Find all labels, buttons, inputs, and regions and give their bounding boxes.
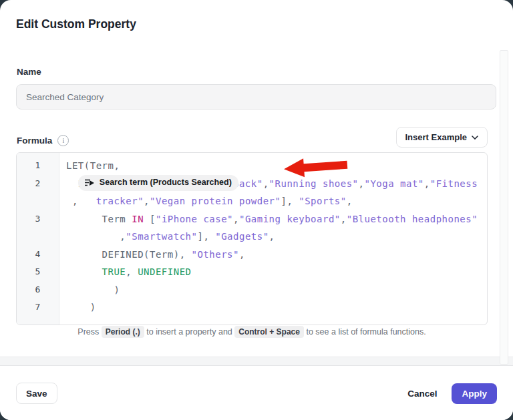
formula-code[interactable]: LET(Term, Search term (Products Searched…	[59, 153, 487, 325]
formula-editor[interactable]: 1234567 LET(Term, Search term (Products …	[16, 152, 488, 325]
edit-custom-property-dialog: Edit Custom Property Name Formula i Inse…	[0, 0, 513, 420]
cancel-button[interactable]: Cancel	[407, 389, 437, 399]
kbd-control-space: Control + Space	[234, 326, 304, 338]
line-number: 3	[17, 210, 59, 228]
vertical-scrollbar[interactable]	[500, 50, 508, 365]
line-number: 2	[17, 175, 59, 193]
line-number: 4	[17, 246, 59, 264]
name-label: Name	[17, 67, 41, 77]
code-row: DEFINED(Term), "Others",	[66, 246, 487, 264]
code-row: LET(Term, Search term (Products Searched…	[66, 157, 487, 175]
name-input[interactable]	[16, 84, 496, 110]
kbd-period: Period (.)	[102, 326, 144, 338]
line-number: 6	[17, 281, 59, 299]
save-button[interactable]: Save	[16, 383, 57, 404]
code-row: )	[66, 298, 487, 317]
formula-label: Formula	[17, 136, 52, 146]
line-number: 5	[17, 263, 59, 281]
code-row: tracker","Vegan protein powder"], "Sport…	[66, 192, 487, 210]
line-number	[17, 192, 59, 210]
event-property-icon	[85, 179, 95, 187]
chevron-down-icon	[472, 136, 478, 140]
insert-example-label: Insert Example	[405, 132, 468, 142]
code-row: )	[66, 281, 487, 299]
line-number: 7	[17, 298, 59, 317]
dialog-footer: Save Cancel Apply	[0, 366, 513, 420]
insert-example-button[interactable]: Insert Example	[396, 127, 488, 148]
code-row: TRUE, UNDEFINED	[66, 263, 487, 281]
code-row: Term IN ["iPhone case","Gaming keyboard"…	[66, 210, 487, 228]
editor-hint: Press Period (.) to insert a property an…	[16, 327, 488, 337]
apply-button[interactable]: Apply	[452, 383, 497, 404]
code-row: ,"Smartwatch"], "Gadgets",	[66, 228, 487, 246]
property-chip[interactable]: Search term (Products Searched)	[78, 175, 238, 191]
body-footer-separator	[0, 357, 513, 366]
line-number	[17, 228, 59, 246]
property-chip-label: Search term (Products Searched)	[100, 174, 232, 192]
line-number: 1	[17, 157, 59, 175]
info-icon[interactable]: i	[57, 135, 69, 146]
dialog-title: Edit Custom Property	[16, 17, 136, 31]
line-number-gutter: 1234567	[17, 153, 59, 325]
